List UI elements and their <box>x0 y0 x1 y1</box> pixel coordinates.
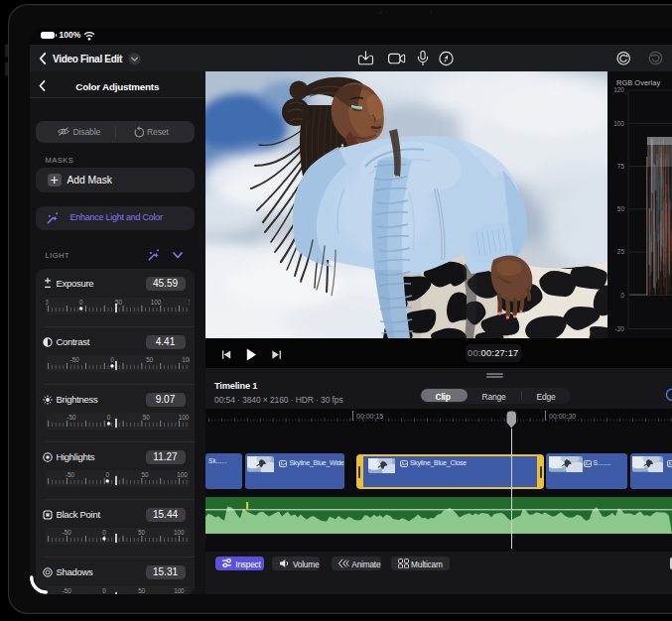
svg-text:100: 100 <box>177 471 188 478</box>
svg-text:100: 100 <box>182 356 190 363</box>
svg-text:50: 50 <box>617 205 625 212</box>
svg-text:-50: -50 <box>65 471 74 478</box>
svg-text:150: 150 <box>188 298 190 305</box>
svg-text:-20: -20 <box>615 325 625 332</box>
svg-text:-50: -50 <box>62 529 71 536</box>
svg-text:0: 0 <box>102 529 106 536</box>
svg-text:0: 0 <box>78 298 82 305</box>
svg-text:0: 0 <box>620 292 624 299</box>
svg-text:75: 75 <box>617 163 625 170</box>
svg-text:100: 100 <box>174 529 185 536</box>
svg-text:100: 100 <box>174 586 185 593</box>
svg-text:25: 25 <box>617 248 625 255</box>
svg-text:50: 50 <box>138 586 145 593</box>
svg-text:-50: -50 <box>67 414 76 421</box>
svg-text:100: 100 <box>613 120 624 127</box>
svg-text:0: 0 <box>102 586 106 593</box>
svg-text:50: 50 <box>146 356 153 363</box>
svg-text:50: 50 <box>141 471 148 478</box>
svg-text:50: 50 <box>142 414 149 421</box>
svg-text:00:00:30: 00:00:30 <box>549 413 576 420</box>
svg-text:50: 50 <box>138 529 145 536</box>
svg-text:100: 100 <box>178 414 189 421</box>
svg-text:120: 120 <box>613 86 624 93</box>
svg-text:0: 0 <box>105 471 109 478</box>
svg-text:0: 0 <box>110 356 114 363</box>
svg-text:0: 0 <box>106 414 110 421</box>
svg-text:100: 100 <box>150 298 161 305</box>
svg-text:00:00:15: 00:00:15 <box>356 413 383 420</box>
svg-text:-50: -50 <box>69 356 79 363</box>
